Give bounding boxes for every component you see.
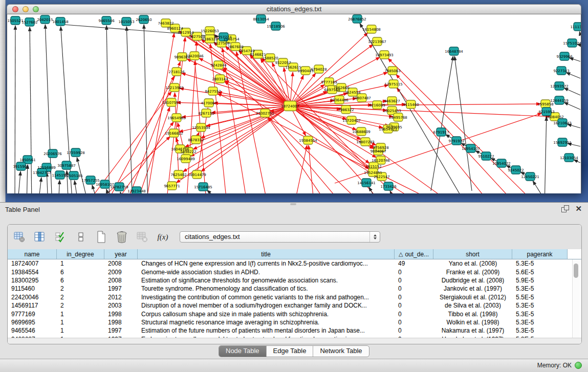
table-row[interactable]: 969969511998Structural magnetic resonanc… (8, 318, 581, 326)
tab-node-table[interactable]: Node Table (219, 346, 266, 357)
table-cell[interactable]: Estimation of significance thresholds fo… (138, 277, 395, 284)
table-cell[interactable]: 0 (395, 277, 433, 284)
graph-edge[interactable] (533, 181, 550, 193)
table-cell[interactable]: 2 (57, 285, 104, 292)
minimize-window-icon[interactable] (23, 6, 29, 12)
table-cell[interactable]: de Silva et al. (2003) (433, 302, 512, 309)
table-cell[interactable]: 0 (395, 294, 433, 301)
table-cell[interactable]: 5.3E-5 (512, 311, 568, 318)
table-cell[interactable]: Stergiakouli et al. (2012) (433, 294, 512, 301)
table-row[interactable]: 1938455462009Genome-wide association stu… (8, 268, 581, 276)
table-cell[interactable]: Dudbridge et al. (2008) (433, 277, 512, 284)
zoom-window-icon[interactable] (33, 6, 39, 12)
table-row[interactable]: 1456911722003Disruption of a novel membe… (8, 301, 581, 310)
scrollbar-thumb[interactable] (574, 264, 578, 278)
table-cell[interactable]: 5.3E-5 (512, 302, 568, 309)
table-cell[interactable]: 2 (57, 302, 104, 309)
table-cell[interactable]: 49 (395, 260, 433, 267)
graph-edge[interactable] (135, 107, 170, 193)
graph-edge[interactable] (431, 56, 453, 191)
graph-edge[interactable] (564, 102, 580, 110)
graph-edge[interactable] (30, 27, 32, 193)
table-select-combo[interactable]: citations_edges.txt (180, 231, 380, 243)
table-cell[interactable]: Genome-wide association studies in ADHD. (138, 269, 395, 276)
table-cell[interactable]: Investigating the contribution of common… (138, 294, 395, 301)
graph-edge[interactable] (268, 117, 330, 193)
table-cell[interactable]: 0 (395, 319, 433, 326)
table-cell[interactable]: 2 (57, 294, 104, 301)
table-cell[interactable]: 5.3E-5 (512, 285, 568, 292)
table-cell[interactable]: Franke et al. (2009) (433, 269, 512, 276)
table-cell[interactable]: Wolkin et al. (1998) (433, 319, 512, 326)
table-cell[interactable]: 9699695 (8, 319, 57, 326)
table-cell[interactable]: 1 (57, 311, 104, 318)
graph-edge[interactable] (38, 178, 41, 193)
graph-edge[interactable] (47, 172, 48, 193)
table-cell[interactable]: 1 (57, 327, 104, 334)
table-cell[interactable]: 1 (57, 260, 104, 267)
table-cell[interactable]: 22420046 (8, 294, 57, 301)
splitter-grip[interactable] (290, 203, 296, 205)
tab-network-table[interactable]: Network Table (313, 346, 368, 357)
graph-edge[interactable] (182, 73, 290, 106)
column-header-in_degree[interactable]: in_degree (57, 249, 104, 259)
table-cell[interactable]: 1 (57, 319, 104, 326)
select-columns-icon[interactable] (33, 230, 47, 244)
row-height-icon[interactable] (74, 230, 88, 244)
function-builder-icon[interactable]: f(x) (156, 230, 169, 244)
table-cell[interactable]: 1997 (104, 285, 138, 292)
graph-edge[interactable] (545, 117, 547, 193)
table-cell[interactable]: 0 (395, 311, 433, 318)
float-panel-icon[interactable] (561, 205, 569, 212)
table-cell[interactable]: 2008 (104, 277, 138, 284)
table-cell[interactable]: 5.6E-5 (512, 269, 568, 276)
graph-edge[interactable] (294, 145, 307, 193)
column-header-pagerank[interactable]: pagerank (512, 249, 568, 259)
table-cell[interactable]: Corpus callosum shape and size in male p… (138, 311, 395, 318)
table-cell[interactable]: Nakamura et al. (1997) (433, 327, 512, 334)
graph-edge[interactable] (369, 187, 381, 193)
table-cell[interactable]: 0 (395, 302, 433, 309)
table-cell[interactable]: 5.3E-5 (512, 260, 568, 267)
table-cell[interactable]: 2003 (104, 302, 138, 309)
graph-edge[interactable] (579, 32, 580, 35)
table-cell[interactable]: Structural magnetic resonance image aver… (138, 319, 395, 326)
column-header-name[interactable]: name (8, 249, 57, 259)
table-row[interactable]: 911546021997Tourette syndrome. Phenomeno… (8, 285, 581, 293)
graph-edge[interactable] (106, 26, 110, 193)
network-window-titlebar[interactable]: citations_edges.txt (7, 4, 581, 14)
table-settings-icon[interactable] (13, 230, 26, 244)
table-row[interactable]: 946554611997Estimation of the future num… (8, 326, 581, 335)
graph-edge[interactable] (104, 76, 174, 193)
table-cell[interactable]: Tourette syndrome. Phenomenology and cla… (138, 285, 395, 292)
graph-edge[interactable] (201, 106, 290, 171)
table-row[interactable]: 2242004622012Investigating the contribut… (8, 293, 581, 301)
table-row[interactable]: 977716911998Corpus callosum shape and si… (8, 310, 581, 318)
graph-edge[interactable] (564, 88, 580, 95)
table-cell[interactable]: 14569117 (8, 302, 57, 309)
table-cell[interactable]: Tibbo et al. (1998) (433, 311, 512, 318)
table-cell[interactable]: 5.3E-5 (512, 327, 568, 334)
table-cell[interactable]: 6 (57, 277, 104, 284)
table-cell[interactable]: 5.9E-5 (512, 277, 568, 284)
table-cell[interactable]: Jankovic et al. (1997) (433, 285, 512, 292)
column-header-title[interactable]: title (138, 249, 395, 259)
graph-edge[interactable] (566, 73, 580, 78)
graph-edge[interactable] (17, 171, 20, 193)
table-cell[interactable]: 19384554 (8, 269, 57, 276)
table-cell[interactable]: 9465546 (8, 327, 57, 334)
table-cell[interactable]: 2012 (104, 294, 138, 301)
table-cell[interactable]: 0 (395, 327, 433, 334)
column-header-short[interactable]: short (433, 249, 512, 259)
graph-edge[interactable] (574, 160, 580, 163)
table-cell[interactable]: 18724007 (8, 260, 57, 267)
graph-edge[interactable] (396, 74, 519, 193)
table-cell[interactable]: Disruption of a novel member of a sodium… (138, 302, 395, 309)
table-cell[interactable]: 1998 (104, 311, 138, 318)
graph-edge[interactable] (309, 145, 314, 193)
table-cell[interactable]: 9115460 (8, 285, 57, 292)
close-window-icon[interactable] (12, 6, 18, 12)
column-header-out_de[interactable]: △out_de... (395, 249, 433, 259)
graph-edge[interactable] (268, 117, 345, 193)
row-checks-icon[interactable] (54, 230, 67, 244)
